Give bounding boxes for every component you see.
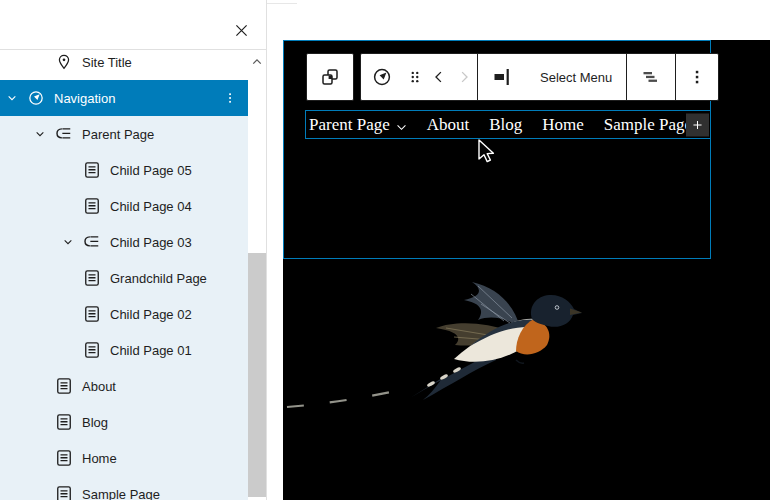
scroll-up-icon[interactable] xyxy=(248,54,266,68)
expander-chevron-down-icon[interactable] xyxy=(28,122,52,146)
list-view-header xyxy=(0,0,267,50)
list-view-item-label: Blog xyxy=(82,415,108,430)
page-icon xyxy=(80,302,104,326)
list-view-item-navigation[interactable]: Navigation xyxy=(0,80,248,116)
list-view-item-child-page-01[interactable]: Child Page 01 xyxy=(0,332,248,368)
navigation-block-icon[interactable] xyxy=(361,54,403,100)
submenu-indicator-icon xyxy=(396,116,407,136)
list-view-item-child-page-02[interactable]: Child Page 02 xyxy=(0,296,248,332)
expander-spacer xyxy=(28,50,52,74)
staggered-lines-icon[interactable] xyxy=(627,54,675,100)
drag-handle-icon[interactable] xyxy=(403,54,427,100)
justify-right-icon[interactable] xyxy=(478,54,526,100)
expander-spacer xyxy=(56,266,80,290)
expander-chevron-down-icon[interactable] xyxy=(0,86,24,110)
expander-spacer xyxy=(56,158,80,182)
list-view-item-label: Home xyxy=(82,451,117,466)
list-view-item-parent-page[interactable]: Parent Page xyxy=(0,116,248,152)
navigation-icon xyxy=(24,86,48,110)
sidebar-scrollbar[interactable] xyxy=(248,50,266,500)
page-icon xyxy=(80,158,104,182)
list-view-item-label: Parent Page xyxy=(82,127,154,142)
expander-chevron-down-icon[interactable] xyxy=(56,230,80,254)
list-view-item-child-page-03[interactable]: Child Page 03 xyxy=(0,224,248,260)
list-view-item-label: About xyxy=(82,379,116,394)
nav-link-about[interactable]: About xyxy=(427,115,470,135)
list-view-item-sample-page[interactable]: Sample Page xyxy=(0,476,248,500)
nav-link-sample-page[interactable]: Sample Page xyxy=(604,115,692,135)
kebab-menu-icon[interactable] xyxy=(220,86,240,110)
scrollbar-thumb[interactable] xyxy=(248,253,266,497)
list-view-item-home[interactable]: Home xyxy=(0,440,248,476)
list-view-item-label: Navigation xyxy=(54,91,115,106)
page-icon xyxy=(80,194,104,218)
expander-spacer xyxy=(28,410,52,434)
site-title-icon xyxy=(52,50,76,74)
list-view-item-grandchild-page[interactable]: Grandchild Page xyxy=(0,260,248,296)
nav-link-label: Home xyxy=(542,115,584,135)
list-view-item-about[interactable]: About xyxy=(0,368,248,404)
chevron-left-icon[interactable] xyxy=(427,54,451,100)
submenu-icon xyxy=(52,122,76,146)
page-icon xyxy=(80,266,104,290)
list-view-item-label: Child Page 02 xyxy=(110,307,192,322)
page-icon xyxy=(52,446,76,470)
page-icon xyxy=(80,338,104,362)
list-view-sidebar: Site TitleNavigationParent PageChild Pag… xyxy=(0,0,267,500)
list-view-item-label: Grandchild Page xyxy=(110,271,207,286)
list-view-item-label: Child Page 04 xyxy=(110,199,192,214)
list-view-item-label: Sample Page xyxy=(82,487,160,500)
submenu-icon xyxy=(80,230,104,254)
nav-link-label: Blog xyxy=(489,115,522,135)
expander-spacer xyxy=(56,194,80,218)
list-view-item-child-page-05[interactable]: Child Page 05 xyxy=(0,152,248,188)
page-icon xyxy=(52,410,76,434)
plus-icon[interactable] xyxy=(686,113,709,136)
expander-spacer xyxy=(28,446,52,470)
close-icon[interactable] xyxy=(228,17,254,43)
expander-spacer xyxy=(56,302,80,326)
navigation-block[interactable]: Parent PageAboutBlogHomeSample Page xyxy=(305,110,711,139)
nav-link-blog[interactable]: Blog xyxy=(489,115,522,135)
list-view-item-label: Site Title xyxy=(82,55,132,70)
list-view-item-label: Child Page 01 xyxy=(110,343,192,358)
expander-spacer xyxy=(28,374,52,398)
page-icon xyxy=(52,482,76,500)
page-icon xyxy=(52,374,76,398)
kebab-menu-icon[interactable] xyxy=(676,54,718,100)
expander-spacer xyxy=(28,482,52,500)
list-view-item-blog[interactable]: Blog xyxy=(0,404,248,440)
nav-link-label: About xyxy=(427,115,470,135)
select-parent-icon[interactable] xyxy=(307,54,353,100)
nav-link-parent-page[interactable]: Parent Page xyxy=(309,113,407,136)
list-view-item-label: Child Page 05 xyxy=(110,163,192,178)
nav-link-label: Parent Page xyxy=(309,115,390,135)
toolbar-main-group: Select Menu xyxy=(360,53,719,101)
canvas-top-edge xyxy=(267,3,297,4)
nav-link-home[interactable]: Home xyxy=(542,115,584,135)
chevron-right-icon[interactable] xyxy=(451,54,477,100)
expander-spacer xyxy=(56,338,80,362)
toolbar-parent-group xyxy=(306,53,354,101)
list-view-item-child-page-04[interactable]: Child Page 04 xyxy=(0,188,248,224)
selected-block-descendants: Parent PageChild Page 05Child Page 04Chi… xyxy=(0,116,248,500)
site-preview xyxy=(283,40,770,500)
list-view-tree: Site TitleNavigationParent PageChild Pag… xyxy=(0,44,248,500)
list-view-item-label: Child Page 03 xyxy=(110,235,192,250)
select-menu-button[interactable]: Select Menu xyxy=(526,54,626,100)
nav-link-label: Sample Page xyxy=(604,115,692,135)
block-toolbar: Select Menu xyxy=(306,53,719,101)
